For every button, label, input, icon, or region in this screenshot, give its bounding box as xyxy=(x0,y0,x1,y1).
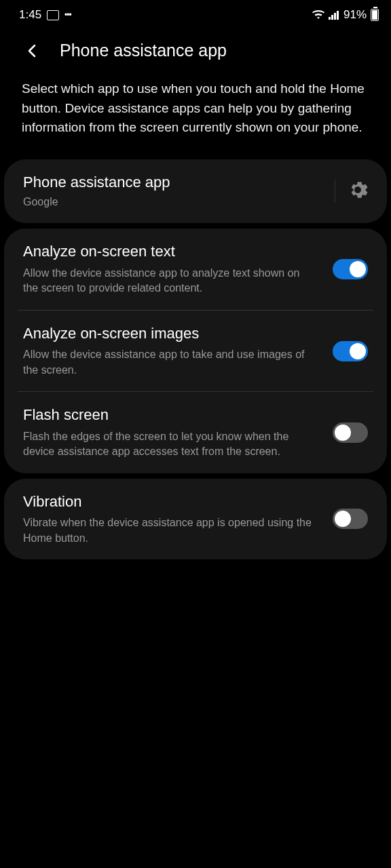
svg-rect-0 xyxy=(329,17,331,20)
page-title: Phone assistance app xyxy=(60,41,227,60)
vibration-title: Vibration xyxy=(23,492,322,512)
signal-icon xyxy=(329,10,339,20)
vibration-content: Vibration Vibrate when the device assist… xyxy=(23,492,322,546)
flash-screen-title: Flash screen xyxy=(23,406,322,425)
battery-icon xyxy=(371,9,379,21)
svg-rect-1 xyxy=(331,15,333,20)
status-bar: 1:45 ••• 91% xyxy=(0,0,391,27)
toggle-knob xyxy=(335,511,351,527)
page-header: Phone assistance app xyxy=(0,27,391,74)
analyze-images-description: Allow the device assistance app to take … xyxy=(23,347,322,378)
toggle-knob xyxy=(335,425,351,441)
analyze-images-toggle[interactable] xyxy=(333,341,368,361)
current-app-value: Google xyxy=(23,195,327,210)
current-app-card: Phone assistance app Google xyxy=(4,159,387,224)
analyze-images-row[interactable]: Analyze on-screen images Allow the devic… xyxy=(4,311,387,391)
status-bar-left: 1:45 ••• xyxy=(19,8,71,22)
analyze-text-content: Analyze on-screen text Allow the device … xyxy=(23,242,322,296)
flash-screen-description: Flash the edges of the screen to let you… xyxy=(23,429,322,460)
status-time: 1:45 xyxy=(19,8,41,22)
vibration-description: Vibrate when the device assistance app i… xyxy=(23,515,322,546)
status-bar-right: 91% xyxy=(312,8,379,22)
current-app-row[interactable]: Phone assistance app Google xyxy=(4,159,387,224)
vibration-row[interactable]: Vibration Vibrate when the device assist… xyxy=(4,479,387,559)
vibration-card: Vibration Vibrate when the device assist… xyxy=(4,479,387,559)
analyze-images-content: Analyze on-screen images Allow the devic… xyxy=(23,324,322,378)
analysis-settings-card: Analyze on-screen text Allow the device … xyxy=(4,229,387,473)
gear-container xyxy=(335,180,368,203)
flash-screen-row[interactable]: Flash screen Flash the edges of the scre… xyxy=(4,392,387,473)
back-icon[interactable] xyxy=(24,43,41,59)
flash-screen-content: Flash screen Flash the edges of the scre… xyxy=(23,406,322,459)
page-description: Select which app to use when you touch a… xyxy=(0,74,391,154)
svg-rect-2 xyxy=(334,13,336,20)
more-notifications-icon: ••• xyxy=(64,10,71,20)
current-app-content: Phone assistance app Google xyxy=(23,173,327,210)
analyze-text-toggle[interactable] xyxy=(333,259,368,279)
analyze-text-title: Analyze on-screen text xyxy=(23,242,322,262)
svg-rect-3 xyxy=(337,11,339,20)
wifi-icon xyxy=(312,10,324,20)
analyze-text-description: Allow the device assistance app to analy… xyxy=(23,266,322,296)
toggle-knob xyxy=(350,261,366,277)
toggle-knob xyxy=(350,343,366,359)
analyze-images-title: Analyze on-screen images xyxy=(23,324,322,344)
image-notification-icon xyxy=(47,10,59,20)
current-app-label: Phone assistance app xyxy=(23,173,327,193)
analyze-text-row[interactable]: Analyze on-screen text Allow the device … xyxy=(4,229,387,309)
battery-percent: 91% xyxy=(343,8,367,22)
flash-screen-toggle[interactable] xyxy=(333,422,368,443)
gear-icon[interactable] xyxy=(348,180,368,200)
vibration-toggle[interactable] xyxy=(333,509,368,529)
